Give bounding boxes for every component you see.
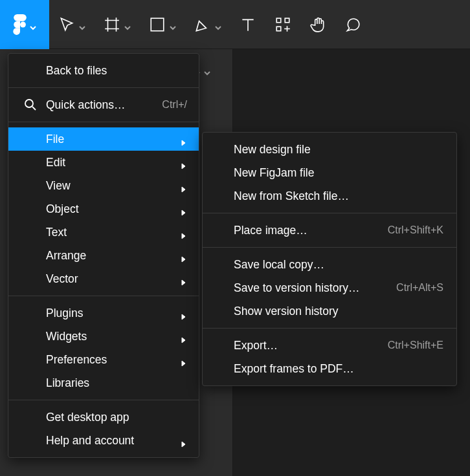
resources-button[interactable] bbox=[265, 0, 300, 49]
svg-point-0 bbox=[20, 21, 26, 27]
submenu-item-new-figjam-file[interactable]: New FigJam file bbox=[203, 161, 456, 184]
chevron-right-icon bbox=[181, 356, 187, 363]
submenu-item-save-local-copy[interactable]: Save local copy… bbox=[203, 253, 456, 276]
submenu-item-shortcut: Ctrl+Shift+E bbox=[388, 340, 443, 351]
submenu-item-label: New from Sketch file… bbox=[234, 189, 443, 203]
chevron-right-icon bbox=[181, 276, 187, 282]
svg-point-5 bbox=[25, 100, 33, 107]
chevron-right-icon bbox=[181, 333, 187, 340]
comment-icon bbox=[344, 16, 361, 33]
submenu-item-show-version-history[interactable]: Show version history bbox=[203, 299, 456, 323]
text-tool-button[interactable] bbox=[230, 0, 265, 49]
menu-item-label: Back to files bbox=[46, 64, 187, 78]
menu-item-vector[interactable]: Vector bbox=[8, 267, 199, 290]
menu-separator bbox=[203, 213, 456, 213]
menu-item-label: Text bbox=[46, 226, 181, 239]
menu-separator bbox=[8, 87, 199, 88]
menu-item-get-desktop-app[interactable]: Get desktop app bbox=[8, 406, 199, 429]
submenu-item-shortcut: Ctrl+Shift+K bbox=[388, 224, 443, 236]
chevron-right-icon bbox=[181, 136, 187, 142]
menu-item-label: Edit bbox=[46, 156, 181, 169]
chevron-right-icon bbox=[181, 229, 187, 235]
submenu-item-label: Place image… bbox=[234, 224, 388, 237]
rectangle-icon bbox=[149, 16, 166, 33]
frame-tool-button[interactable] bbox=[95, 0, 140, 49]
menu-item-text[interactable]: Text bbox=[8, 221, 199, 244]
menu-item-label: Quick actions… bbox=[46, 98, 162, 112]
figma-logo-icon bbox=[13, 14, 27, 35]
menu-item-widgets[interactable]: Widgets bbox=[8, 325, 199, 348]
chevron-right-icon bbox=[181, 252, 187, 259]
menu-item-libraries[interactable]: Libraries bbox=[8, 371, 199, 395]
menu-item-quick-actions[interactable]: Quick actions… Ctrl+/ bbox=[8, 93, 199, 116]
chevron-down-icon bbox=[79, 21, 85, 28]
chevron-right-icon bbox=[181, 182, 187, 189]
file-submenu: New design fileNew FigJam fileNew from S… bbox=[202, 132, 457, 386]
menu-item-label: Libraries bbox=[46, 376, 187, 390]
menu-item-preferences[interactable]: Preferences bbox=[8, 348, 199, 371]
search-icon bbox=[24, 98, 37, 111]
menu-item-label: File bbox=[46, 133, 181, 146]
submenu-item-shortcut: Ctrl+Alt+S bbox=[396, 282, 443, 294]
menu-item-label: Preferences bbox=[46, 353, 181, 367]
chevron-down-icon bbox=[124, 21, 131, 28]
pen-icon bbox=[194, 16, 211, 33]
frame-icon bbox=[104, 16, 120, 33]
menu-item-object[interactable]: Object bbox=[8, 197, 199, 221]
submenu-item-label: Save local copy… bbox=[234, 258, 443, 272]
chevron-right-icon bbox=[181, 437, 187, 444]
chevron-down-icon bbox=[170, 21, 176, 28]
menu-item-view[interactable]: View bbox=[8, 174, 199, 197]
hand-icon bbox=[309, 16, 326, 33]
main-menu: Back to files Quick actions… Ctrl+/ File… bbox=[8, 53, 199, 458]
submenu-item-label: Save to version history… bbox=[234, 281, 396, 295]
menu-separator bbox=[8, 296, 199, 296]
chevron-down-icon bbox=[215, 21, 221, 28]
pen-tool-button[interactable] bbox=[185, 0, 230, 49]
chevron-right-icon bbox=[181, 310, 187, 316]
menu-separator bbox=[203, 247, 456, 248]
menu-separator bbox=[8, 122, 199, 122]
submenu-item-new-from-sketch-file[interactable]: New from Sketch file… bbox=[203, 184, 456, 208]
move-tool-button[interactable] bbox=[49, 0, 95, 49]
submenu-item-save-to-version-history[interactable]: Save to version history…Ctrl+Alt+S bbox=[203, 276, 456, 299]
submenu-item-export[interactable]: Export…Ctrl+Shift+E bbox=[203, 334, 456, 357]
menu-item-label: Widgets bbox=[46, 330, 181, 343]
submenu-item-export-frames-to-pdf[interactable]: Export frames to PDF… bbox=[203, 357, 456, 380]
menu-item-label: Plugins bbox=[46, 307, 181, 320]
menu-item-label: Help and account bbox=[46, 434, 181, 448]
menu-item-shortcut: Ctrl+/ bbox=[162, 99, 187, 111]
hand-tool-button[interactable] bbox=[300, 0, 335, 49]
chevron-down-icon bbox=[30, 21, 36, 28]
menu-item-plugins[interactable]: Plugins bbox=[8, 301, 199, 325]
menu-item-label: Arrange bbox=[46, 249, 181, 263]
cursor-icon bbox=[58, 16, 75, 33]
shape-tool-button[interactable] bbox=[140, 0, 185, 49]
menu-separator bbox=[8, 400, 199, 400]
toolbar bbox=[0, 0, 470, 49]
svg-rect-2 bbox=[276, 18, 281, 23]
submenu-item-label: Show version history bbox=[234, 305, 443, 318]
submenu-item-place-image[interactable]: Place image…Ctrl+Shift+K bbox=[203, 219, 456, 242]
menu-item-label: View bbox=[46, 179, 181, 193]
svg-rect-1 bbox=[151, 18, 164, 31]
menu-separator bbox=[203, 328, 456, 329]
menu-item-help-and-account[interactable]: Help and account bbox=[8, 429, 199, 452]
menu-item-edit[interactable]: Edit bbox=[8, 151, 199, 174]
chevron-down-icon bbox=[204, 67, 210, 73]
svg-rect-3 bbox=[285, 18, 289, 23]
submenu-item-label: New FigJam file bbox=[234, 166, 443, 180]
figma-menu-button[interactable] bbox=[0, 0, 49, 49]
comment-tool-button[interactable] bbox=[335, 0, 370, 49]
submenu-item-new-design-file[interactable]: New design file bbox=[203, 138, 456, 161]
menu-item-arrange[interactable]: Arrange bbox=[8, 244, 199, 267]
text-icon bbox=[240, 16, 256, 33]
menu-item-file[interactable]: File bbox=[8, 127, 199, 151]
menu-item-label: Vector bbox=[46, 272, 181, 286]
submenu-item-label: Export frames to PDF… bbox=[234, 362, 443, 376]
resources-icon bbox=[274, 16, 291, 33]
svg-rect-4 bbox=[276, 27, 281, 31]
menu-item-label: Get desktop app bbox=[46, 411, 187, 424]
submenu-item-label: Export… bbox=[234, 339, 388, 352]
menu-item-back-to-files[interactable]: Back to files bbox=[8, 59, 199, 82]
